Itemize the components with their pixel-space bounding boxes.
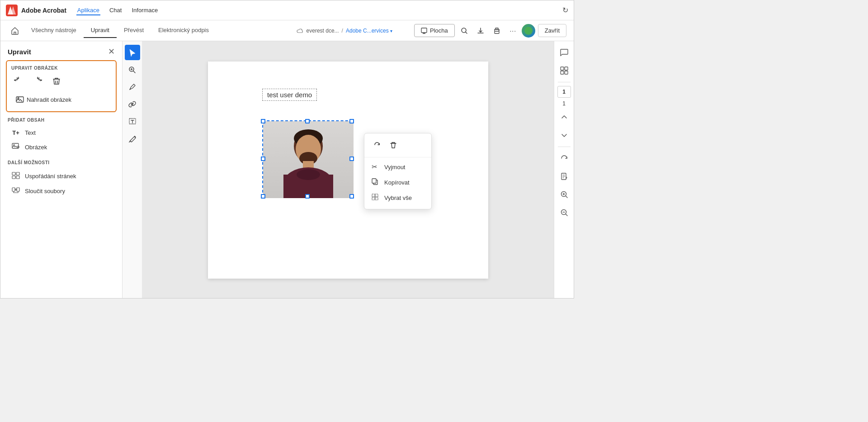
svg-rect-4 <box>495 31 499 33</box>
menu-aplikace[interactable]: Aplikace <box>76 5 100 15</box>
svg-rect-13 <box>16 172 19 175</box>
undo-button[interactable] <box>11 74 26 89</box>
svg-rect-31 <box>372 179 376 183</box>
download-button[interactable] <box>473 23 488 38</box>
canvas-text-element[interactable]: test user demo <box>262 89 317 101</box>
text-tool-button[interactable] <box>125 114 140 129</box>
close-button[interactable]: Zavřít <box>538 24 566 37</box>
delete-image-button[interactable] <box>49 74 64 89</box>
panel-title: Upravit <box>8 48 31 56</box>
handle-tl[interactable] <box>261 119 265 123</box>
svg-rect-7 <box>524 27 533 35</box>
pdf-page: test user demo <box>208 62 488 279</box>
more-dots-icon: ··· <box>509 27 516 34</box>
comments-button[interactable] <box>557 45 572 60</box>
ctx-rotate-button[interactable] <box>372 140 382 152</box>
arrange-icon <box>11 172 20 180</box>
handle-tr[interactable] <box>349 119 354 123</box>
ctx-delete-button[interactable] <box>388 140 399 152</box>
link-tool-button[interactable] <box>125 96 140 112</box>
panel-close-button[interactable]: ✕ <box>108 47 115 57</box>
home-button[interactable] <box>8 24 22 38</box>
highlight-tool-button[interactable] <box>125 131 140 146</box>
ctx-cut-item[interactable]: ✂ Vyjmout <box>364 159 431 175</box>
page-count: 1 <box>562 100 566 107</box>
handle-tc[interactable] <box>305 119 310 123</box>
svg-point-11 <box>14 145 15 146</box>
top-right-area: ↻ <box>562 6 568 14</box>
page-down-button[interactable] <box>557 128 572 143</box>
svg-rect-15 <box>16 176 19 179</box>
cloud-area: everest dce... / Adobe C...ervices ▾ <box>297 28 392 34</box>
chevron-down-icon: ▾ <box>390 28 392 33</box>
path-separator: / <box>342 28 343 34</box>
print-button[interactable] <box>489 23 505 38</box>
merge-files-item[interactable]: Sloučit soubory <box>4 184 118 199</box>
rotate-view-button[interactable] <box>557 151 572 166</box>
search-button[interactable] <box>457 23 472 38</box>
svg-rect-12 <box>12 172 15 175</box>
ctx-copy-item[interactable]: Kopírovat <box>364 175 431 190</box>
toolbar-icons-right: ··· Zavřít <box>457 23 566 38</box>
plocha-button[interactable]: Plocha <box>414 24 455 37</box>
svg-rect-2 <box>421 28 427 33</box>
redo-button[interactable] <box>30 74 45 89</box>
ctx-select-all-item[interactable]: Vybrat vše <box>364 190 431 205</box>
text-icon: T+ <box>11 129 20 136</box>
adobe-logo <box>6 5 18 16</box>
more-options-label: DALŠÍ MOŽNOSTI <box>8 160 115 165</box>
handle-bl[interactable] <box>261 194 265 199</box>
handle-bc[interactable] <box>305 194 310 199</box>
handle-mr[interactable] <box>349 156 354 161</box>
nav-elektronicky-podpis[interactable]: Elektronický podpis <box>151 23 216 38</box>
svg-rect-39 <box>565 71 568 74</box>
zoom-tool-button[interactable] <box>125 62 140 77</box>
add-content-label: PŘIDAT OBSAH <box>8 118 115 123</box>
nav-prevest[interactable]: Převést <box>117 23 151 38</box>
merge-icon <box>11 187 20 195</box>
select-tool-button[interactable] <box>125 45 140 60</box>
tool-sidebar <box>123 41 142 299</box>
cloud-icon <box>297 28 304 34</box>
path-link[interactable]: Adobe C...ervices ▾ <box>346 28 392 34</box>
canvas-image-element[interactable] <box>262 120 353 197</box>
pen-tool-button[interactable] <box>125 79 140 95</box>
user-avatar[interactable] <box>522 24 535 38</box>
svg-point-9 <box>18 98 19 99</box>
svg-rect-17 <box>17 188 19 191</box>
svg-rect-33 <box>375 194 378 197</box>
cloud-text: everest dce... <box>307 28 339 34</box>
zoom-in-button[interactable] <box>557 187 572 202</box>
main-layout: Upravit ✕ UPRAVIT OBRÁZEK Nahradit obráz… <box>0 41 574 299</box>
thumbnails-button[interactable] <box>557 63 572 78</box>
page-up-button[interactable] <box>557 109 572 125</box>
edit-image-section: UPRAVIT OBRÁZEK Nahradit obrázek <box>6 60 117 112</box>
page-properties-button[interactable] <box>557 169 572 184</box>
nav-vsechny-nastroje[interactable]: Všechny nástroje <box>24 23 84 38</box>
handle-br[interactable] <box>349 194 354 199</box>
right-sidebar: 1 1 <box>554 41 574 299</box>
context-menu-top-actions <box>364 137 431 157</box>
more-options-button[interactable]: ··· <box>505 23 521 38</box>
handle-ml[interactable] <box>261 156 265 161</box>
logo-area: Adobe Acrobat <box>6 5 66 16</box>
select-all-icon <box>372 194 380 202</box>
refresh-icon[interactable]: ↻ <box>562 6 568 14</box>
menu-chat[interactable]: Chat <box>108 5 123 15</box>
menu-informace[interactable]: Informace <box>131 5 159 15</box>
svg-rect-14 <box>12 176 15 179</box>
copy-icon <box>372 178 380 186</box>
sidebar-divider-1 <box>558 82 571 82</box>
nav-upravit[interactable]: Upravit <box>84 23 117 38</box>
page-number-box: 1 <box>557 86 571 98</box>
left-panel: Upravit ✕ UPRAVIT OBRÁZEK Nahradit obráz… <box>0 41 123 299</box>
replace-image-button[interactable]: Nahradit obrázek <box>11 93 76 106</box>
add-image-item[interactable]: Obrázek <box>4 139 118 155</box>
zoom-out-button[interactable] <box>557 205 572 220</box>
add-text-item[interactable]: T+ Text <box>4 126 118 139</box>
page-arrange-item[interactable]: Uspořádání stránek <box>4 169 118 184</box>
svg-rect-35 <box>375 197 378 200</box>
context-menu: ✂ Vyjmout Kopírovat Vybrat vše <box>364 133 432 209</box>
app-name: Adobe Acrobat <box>21 7 66 14</box>
image-tools-row <box>11 74 111 89</box>
